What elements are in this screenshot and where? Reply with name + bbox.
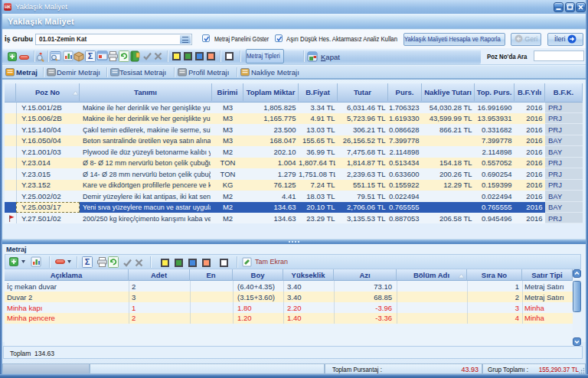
svg-text:Σ: Σ bbox=[88, 51, 93, 60]
svg-text:Σ: Σ bbox=[85, 257, 90, 266]
